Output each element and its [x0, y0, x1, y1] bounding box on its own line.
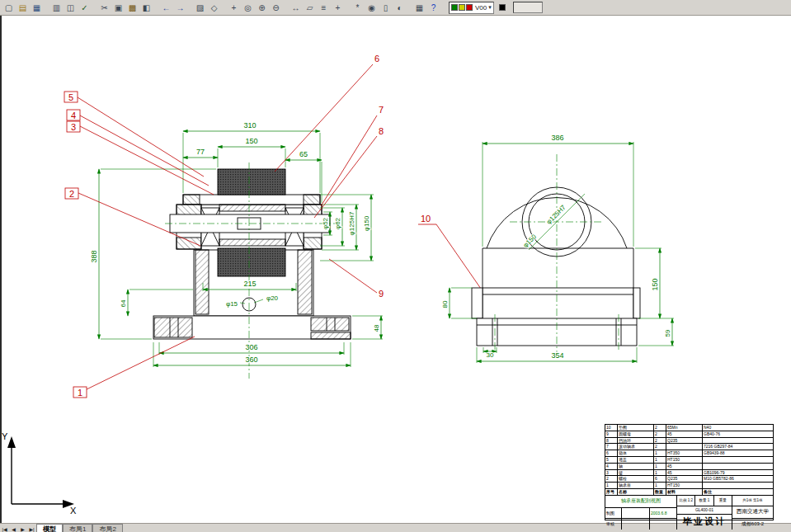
spell-check-icon[interactable]: ✓ [78, 2, 92, 14]
callout-10: 10 [421, 214, 431, 224]
redraw-icon[interactable]: * [351, 2, 365, 14]
base-plate [153, 316, 351, 339]
chevron-down-icon[interactable]: ▾ [488, 4, 492, 11]
zoom-realtime-icon[interactable]: ◎ [241, 2, 255, 14]
distance-icon[interactable]: ↔ [289, 2, 303, 14]
sheet-info: 共1张 第1张 [732, 496, 773, 506]
dim-oil-large: φ20 [266, 294, 279, 302]
autocad-window: ▢▤▦▥◫✓✂▣▩◧←→▨◇+◎⊕⊖↔▱≡+*◉▯◐▦? V00 ▾ [0, 0, 791, 532]
color-combo-label: V00 [475, 4, 487, 12]
ucs-y-label: Y [2, 431, 8, 441]
drawing-number: GL400-01 [677, 506, 732, 515]
轴承座: 1轴承座1HT150 [605, 483, 773, 489]
side-view: 386 354 150 59 80 [441, 134, 674, 363]
dim-bore-b: φ62 [334, 217, 341, 229]
match-properties-icon[interactable]: ◧ [139, 2, 153, 14]
cut-icon[interactable]: ✂ [97, 2, 111, 14]
knurled-cap [218, 169, 285, 195]
table-icon[interactable]: ▦ [412, 2, 426, 14]
ucs-icon: Y X [2, 431, 77, 516]
project-title: 毕业设计 [677, 515, 732, 530]
save-icon[interactable]: ▦ [30, 2, 44, 14]
drawing-name: 轴承座装配剖视图 [605, 496, 676, 508]
zoom-previous-icon[interactable]: ⊖ [269, 2, 283, 14]
redo-icon[interactable]: → [173, 2, 187, 14]
callout-4: 4 [71, 111, 76, 120]
键: 3键145GB1096-79 [605, 470, 773, 477]
dim-base-h: 64 [120, 299, 127, 307]
dim-top-width: 386 [551, 134, 563, 142]
tab-nav-last-icon[interactable]: ▶| [27, 526, 36, 532]
insert-block-icon[interactable]: ▨ [193, 2, 207, 14]
drawn-row: 制图2003.6.8 [605, 508, 676, 520]
title-block: 10垫圈265MnN40 9圆螺母245GB40-76 8挡油环2Q235 7滚… [605, 424, 774, 520]
help-icon[interactable]: ? [426, 2, 440, 14]
orbit-icon[interactable]: ◐ [393, 2, 407, 14]
drawing-canvas[interactable]: 310 150 77 65 388 215 [0, 16, 791, 523]
aerial-view-icon[interactable]: ◉ [365, 2, 379, 14]
ucs-x-label: X [70, 506, 77, 516]
tab-nav-prev-icon[interactable]: ◀ [9, 526, 18, 532]
named-views-icon[interactable]: ▯ [379, 2, 393, 14]
class-number: 成都603-2 [732, 519, 773, 530]
area-icon[interactable]: ▱ [303, 2, 317, 14]
undo-icon[interactable]: ← [159, 2, 173, 14]
dim-foot-h: 48 [373, 324, 380, 332]
print-preview-icon[interactable]: ◫ [64, 2, 78, 14]
school-name: 西南交通大学 [732, 506, 773, 519]
color-chip [451, 4, 458, 11]
dim-bore-a: φ52 [322, 217, 329, 229]
垫圈: 10垫圈265MnN40 [605, 425, 773, 431]
挡油环: 8挡油环2Q235 [605, 438, 773, 445]
dim-base-width: 360 [245, 355, 257, 364]
osnap-icon[interactable]: ◇ [207, 2, 221, 14]
dim-mid-width: 215 [243, 280, 256, 288]
透盖: 5透盖1HT150 [605, 457, 773, 464]
toolbar-inset-box [513, 2, 543, 13]
color-control-combo[interactable]: V00 ▾ [449, 2, 494, 14]
locate-point-icon[interactable]: + [331, 2, 345, 14]
paste-icon[interactable]: ▩ [125, 2, 139, 14]
轴: 4轴145 [605, 464, 773, 470]
dim-cap-width: 150 [245, 137, 257, 145]
checked-row: 审核 [605, 519, 676, 530]
list-icon[interactable]: ≡ [317, 2, 331, 14]
dim-base-inner: 306 [245, 343, 257, 351]
open-icon[interactable]: ▤ [16, 2, 30, 14]
sleeve-lower [218, 248, 285, 276]
callout-7: 7 [379, 105, 384, 115]
dim-total-width: 310 [243, 121, 256, 129]
front-section-view: 310 150 77 65 388 215 [64, 54, 481, 398]
dim-bore-d: φ150 [363, 215, 370, 231]
滚动轴承: 7滚动轴承27216 GB297-84 [605, 444, 773, 450]
圆螺母: 9圆螺母245GB40-76 [605, 431, 773, 438]
print-icon[interactable]: ▥ [49, 2, 64, 14]
standard-toolbar: ▢▤▦▥◫✓✂▣▩◧←→▨◇+◎⊕⊖↔▱≡+*◉▯◐▦? V00 ▾ [0, 0, 791, 16]
new-icon[interactable]: ▢ [2, 2, 16, 14]
dim-flange-height: 80 [441, 300, 449, 308]
current-color-swatch[interactable] [499, 4, 506, 11]
pan-icon[interactable]: + [227, 2, 241, 14]
callout-9: 9 [379, 289, 384, 299]
dim-oil-small: φ15 [226, 300, 238, 308]
箱体: 6箱体1HT350GB9439-88 [605, 450, 773, 457]
dim-base-width-side: 354 [551, 351, 563, 360]
tab-nav-next-icon[interactable]: ▶ [18, 526, 27, 532]
callout-1: 1 [78, 388, 82, 398]
callout-3: 3 [71, 122, 76, 132]
parts-list-header: 序号名称数量材料备注 [605, 489, 773, 496]
callout-5: 5 [68, 92, 73, 102]
tab-model[interactable]: 模型 [36, 524, 63, 532]
螺栓: 2螺栓6Q235M10 GB5782-86 [605, 476, 773, 483]
dim-total-height: 388 [90, 250, 98, 262]
dim-bore-outer: φ150 [521, 233, 538, 249]
tab-layout1[interactable]: 布局1 [63, 524, 92, 532]
copy-icon[interactable]: ▣ [111, 2, 125, 14]
scale-row: 比例 1:2数量 1重量 [677, 496, 732, 506]
dim-right-offset: 65 [299, 150, 308, 158]
zoom-window-icon[interactable]: ⊕ [255, 2, 269, 14]
parts-list: 10垫圈265MnN40 9圆螺母245GB40-76 8挡油环2Q235 7滚… [605, 425, 773, 489]
dim-bore-c: φ125H7 [348, 211, 355, 235]
tab-layout2[interactable]: 布局2 [92, 524, 122, 532]
tab-nav-first-icon[interactable]: |◀ [0, 526, 9, 532]
